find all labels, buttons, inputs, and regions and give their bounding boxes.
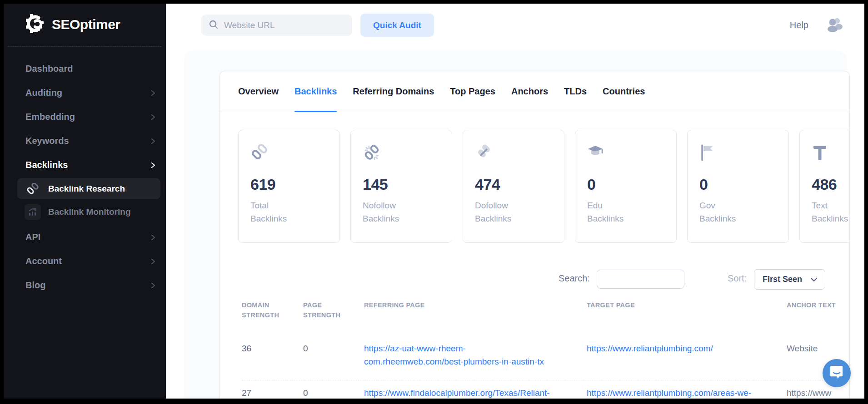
stat-cards: 619 TotalBacklinks	[238, 130, 850, 243]
users-icon[interactable]	[826, 17, 844, 34]
tab-backlinks[interactable]: Backlinks	[294, 71, 337, 112]
stat-card-dofollow-backlinks: 474 DofollowBacklinks	[463, 130, 564, 243]
sidebar-item-dashboard[interactable]: Dashboard	[4, 57, 166, 81]
target-page-link[interactable]: https://www.reliantplumbing.com/areas-we…	[587, 388, 751, 398]
referring-page-cell: https://www.findalocalplumber.org/Texas/…	[364, 386, 587, 399]
quick-audit-button[interactable]: Quick Audit	[360, 14, 434, 37]
website-url-input[interactable]	[224, 20, 345, 30]
sidebar-item-backlink-research[interactable]: Backlink Research	[17, 178, 160, 199]
app-window: SEOptimer Dashboard Auditing Embedding K…	[0, 0, 868, 404]
backlinks-panel: Overview Backlinks Referring Domains Top…	[219, 71, 850, 399]
graduation-cap-icon	[587, 144, 664, 164]
stat-card-text-backlinks: 486 TextBacklinks	[799, 130, 850, 243]
sidebar-item-label: Embedding	[25, 112, 150, 122]
target-page-link[interactable]: https://www.reliantplumbing.com/	[587, 344, 713, 353]
stat-value: 486	[812, 176, 850, 193]
chevron-right-icon	[150, 235, 156, 240]
table-row: 36 0 https://az-uat-www-rheem- com.rheem…	[220, 342, 850, 369]
tab-anchors[interactable]: Anchors	[511, 71, 548, 112]
referring-page-link[interactable]: https://www.findalocalplumber.org/Texas/…	[364, 388, 550, 398]
broken-link-icon	[363, 144, 440, 164]
chevron-right-icon	[150, 90, 156, 96]
topbar-right: Help	[790, 17, 864, 34]
sort-label: Sort:	[728, 273, 747, 284]
sort-selected-value: First Seen	[763, 275, 802, 284]
stat-value: 619	[250, 176, 328, 193]
stat-card-gov-backlinks: 0 GovBacklinks	[687, 130, 789, 243]
website-url-searchbox[interactable]	[201, 15, 352, 36]
sidebar-item-blog[interactable]: Blog	[4, 273, 166, 297]
dofollow-link-icon	[475, 144, 552, 164]
domain-strength-value: 36	[242, 342, 303, 369]
chevron-right-icon	[150, 138, 156, 144]
chat-launcher-button[interactable]	[823, 359, 851, 387]
sidebar-subitem-label: Backlink Monitoring	[48, 207, 131, 217]
stat-value: 0	[699, 176, 777, 193]
stat-card-total-backlinks: 619 TotalBacklinks	[238, 130, 340, 243]
stat-value: 145	[363, 176, 440, 193]
sidebar-item-backlink-monitoring[interactable]: Backlink Monitoring	[17, 201, 160, 222]
sidebar-item-api[interactable]: API	[4, 225, 166, 249]
content-container: Overview Backlinks Referring Domains Top…	[184, 50, 847, 399]
sort-dropdown[interactable]: First Seen	[754, 269, 825, 290]
logo[interactable]: SEOptimer	[4, 4, 166, 35]
col-header-anchor-text: Anchor Text	[787, 301, 850, 320]
stat-label: NofollowBacklinks	[363, 199, 440, 226]
col-header-page-strength: Page Strength	[303, 301, 346, 320]
sidebar-divider	[8, 46, 161, 47]
link-icon	[25, 181, 41, 197]
backlinks-table: Domain Strength Page Strength Referring …	[220, 301, 850, 399]
sidebar-item-auditing[interactable]: Auditing	[4, 81, 166, 105]
stat-label: DofollowBacklinks	[475, 199, 552, 226]
sidebar-item-account[interactable]: Account	[4, 249, 166, 273]
main-area: Overview Backlinks Referring Domains Top…	[166, 47, 864, 399]
table-search-input[interactable]	[597, 270, 684, 289]
sidebar-item-embedding[interactable]: Embedding	[4, 105, 166, 129]
help-link[interactable]: Help	[790, 20, 808, 30]
sidebar: SEOptimer Dashboard Auditing Embedding K…	[4, 4, 166, 399]
gear-logo-icon	[25, 14, 45, 35]
domain-strength-value: 27	[242, 386, 303, 399]
tab-bar: Overview Backlinks Referring Domains Top…	[220, 71, 849, 112]
sidebar-item-label: Dashboard	[25, 64, 156, 74]
tab-top-pages[interactable]: Top Pages	[450, 71, 495, 112]
col-header-referring-page: Referring Page	[364, 301, 587, 320]
page-strength-value: 0	[303, 342, 364, 369]
chevron-right-icon	[150, 114, 156, 120]
search-label: Search:	[559, 273, 590, 284]
stat-label: TextBacklinks	[812, 199, 850, 226]
stat-card-nofollow-backlinks: 145 NofollowBacklinks	[350, 130, 452, 243]
search-icon	[209, 20, 219, 31]
sidebar-item-label: Auditing	[25, 88, 150, 98]
stat-label: EduBacklinks	[587, 199, 664, 226]
tab-referring-domains[interactable]: Referring Domains	[353, 71, 434, 112]
page-strength-value: 0	[303, 386, 364, 399]
col-header-target-page: Target Page	[587, 301, 787, 320]
row-divider	[242, 380, 837, 380]
table-controls: Search: Sort: First Seen	[220, 270, 850, 290]
sidebar-item-label: Keywords	[25, 136, 150, 146]
chat-icon	[830, 365, 843, 381]
anchor-text-value: https://www	[787, 386, 850, 399]
link-icon	[250, 144, 328, 164]
stat-label: GovBacklinks	[699, 199, 777, 226]
logo-text: SEOptimer	[52, 17, 120, 32]
col-header-domain-strength: Domain Strength	[242, 301, 285, 320]
tab-tlds[interactable]: TLDs	[564, 71, 587, 112]
topbar: Quick Audit Help	[166, 4, 864, 47]
sidebar-subitem-label: Backlink Research	[48, 184, 125, 194]
sidebar-item-backlinks[interactable]: Backlinks	[4, 153, 166, 177]
chevron-right-icon	[150, 283, 156, 288]
referring-page-link[interactable]: https://az-uat-www-rheem- com.rheemweb.c…	[364, 342, 576, 369]
sidebar-item-keywords[interactable]: Keywords	[4, 129, 166, 153]
table-row: 27 0 https://www.findalocalplumber.org/T…	[220, 386, 850, 399]
tab-overview[interactable]: Overview	[238, 71, 279, 112]
flag-icon	[699, 144, 777, 164]
stat-label: TotalBacklinks	[250, 199, 328, 226]
tab-countries[interactable]: Countries	[603, 71, 645, 112]
chevron-right-icon	[150, 259, 156, 264]
sidebar-nav: Dashboard Auditing Embedding Keywords Ba…	[4, 57, 166, 297]
table-header-row: Domain Strength Page Strength Referring …	[220, 301, 850, 320]
stat-value: 0	[587, 176, 664, 193]
sidebar-item-label: API	[25, 232, 150, 242]
